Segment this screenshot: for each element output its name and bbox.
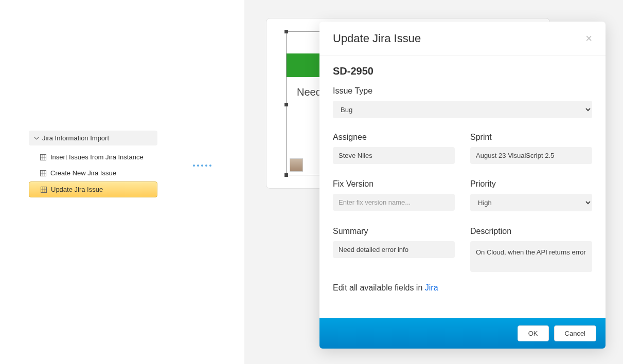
modal-title: Update Jira Issue <box>333 32 421 45</box>
modal-footer: OK Cancel <box>319 318 606 349</box>
fix-version-input[interactable] <box>333 194 455 211</box>
sidebar-item-create-issue[interactable]: Create New Jira Issue <box>29 166 157 180</box>
assignee-label: Assignee <box>333 133 455 142</box>
description-label: Description <box>470 227 592 236</box>
update-issue-modal: Update Jira Issue × SD-2950 Issue Type B… <box>319 22 606 349</box>
resize-handle-nw[interactable] <box>284 30 288 33</box>
fix-version-label: Fix Version <box>333 179 455 189</box>
priority-select[interactable]: High <box>470 194 592 211</box>
edit-in-jira-line: Edit all available fields in Jira <box>333 283 592 293</box>
resize-handle-w[interactable] <box>284 103 288 106</box>
menu-header-label: Jira Information Import <box>42 134 109 142</box>
sidebar-item-label: Create New Jira Issue <box>50 169 116 177</box>
left-panel: Jira Information Import Insert Issues fr… <box>0 0 244 364</box>
panel-resize-handle[interactable] <box>193 165 211 167</box>
sprint-label: Sprint <box>470 133 592 142</box>
sidebar-menu: Jira Information Import Insert Issues fr… <box>29 131 157 198</box>
ok-button[interactable]: OK <box>518 325 549 341</box>
sidebar-item-update-issue[interactable]: Update Jira Issue <box>29 181 157 197</box>
resize-handle-sw[interactable] <box>284 173 288 177</box>
modal-body: SD-2950 Issue Type Bug Assignee Sprint <box>319 56 606 318</box>
sprint-input[interactable] <box>470 147 592 164</box>
description-textarea[interactable] <box>470 241 592 272</box>
close-icon[interactable]: × <box>585 33 592 44</box>
assignee-input[interactable] <box>333 147 455 164</box>
canvas-area: Need Update Jira Issue × SD-2950 Issue T… <box>244 0 623 364</box>
edit-text: Edit all available fields in <box>333 283 425 292</box>
sidebar-item-insert-issues[interactable]: Insert Issues from Jira Instance <box>29 150 157 165</box>
grid-icon <box>40 154 46 160</box>
summary-label: Summary <box>333 227 455 236</box>
grid-icon <box>40 170 46 176</box>
sidebar-item-label: Insert Issues from Jira Instance <box>50 153 144 161</box>
issue-type-select[interactable]: Bug <box>333 101 592 118</box>
menu-header-jira-import[interactable]: Jira Information Import <box>29 131 157 145</box>
chevron-down-icon <box>34 136 39 141</box>
modal-header: Update Jira Issue × <box>319 22 606 56</box>
jira-link[interactable]: Jira <box>425 283 438 292</box>
sidebar-item-label: Update Jira Issue <box>51 186 103 193</box>
issue-key: SD-2950 <box>333 65 592 77</box>
priority-label: Priority <box>470 179 592 189</box>
issue-type-label: Issue Type <box>333 86 592 96</box>
cancel-button[interactable]: Cancel <box>554 325 596 341</box>
grid-icon <box>41 187 47 193</box>
summary-input[interactable] <box>333 241 455 258</box>
avatar <box>290 158 303 172</box>
